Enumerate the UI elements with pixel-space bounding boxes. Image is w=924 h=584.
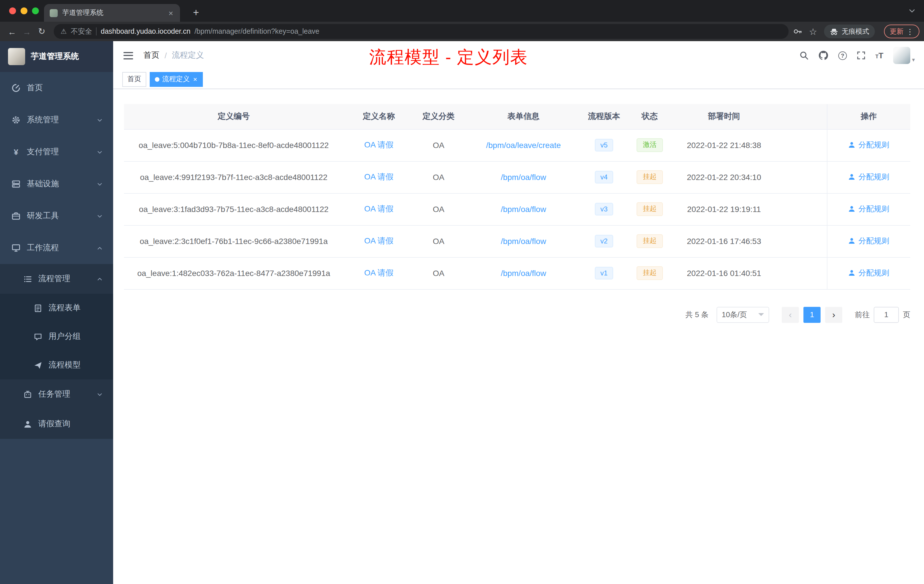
definition-name-link[interactable]: OA 请假 — [364, 172, 394, 181]
sidebar-item-home[interactable]: 首页 — [0, 72, 113, 104]
sidebar-item-process-form[interactable]: 流程表单 — [0, 294, 113, 322]
sidebar-item-process-mgmt[interactable]: 流程管理 — [0, 264, 113, 294]
definition-name-link[interactable]: OA 请假 — [364, 140, 394, 149]
definition-name-link[interactable]: OA 请假 — [364, 204, 394, 213]
version-badge: v1 — [594, 267, 613, 280]
form-link[interactable]: /bpm/oa/leave/create — [486, 140, 561, 150]
new-tab-button[interactable]: + — [188, 5, 203, 20]
url-path: /bpm/manager/definition?key=oa_leave — [195, 27, 319, 35]
user-icon — [23, 419, 32, 429]
search-icon[interactable] — [799, 51, 808, 60]
yen-icon: ¥ — [12, 147, 21, 157]
fullscreen-icon[interactable] — [856, 51, 866, 60]
cell-category: OA — [414, 193, 463, 225]
select-caret-icon — [758, 313, 764, 316]
tag-close-icon[interactable]: × — [193, 75, 198, 83]
sidebar-logo[interactable]: 芋道管理系统 — [0, 41, 113, 72]
window-controls — [0, 7, 48, 14]
version-badge: v3 — [594, 203, 613, 216]
table-row: oa_leave:2:3c1f0ef1-76b1-11ec-9c66-a2380… — [124, 225, 910, 257]
sidebar-item-system-mgmt[interactable]: 系统管理 — [0, 104, 113, 136]
next-page-button[interactable]: › — [825, 307, 842, 323]
breadcrumb-home[interactable]: 首页 — [144, 50, 159, 61]
url-host: dashboard.yudao.iocoder.cn — [101, 27, 191, 35]
sidebar-item-leave-query[interactable]: 请假查询 — [0, 409, 113, 439]
browser-tab[interactable]: 芋道管理系统 × — [44, 4, 180, 22]
status-badge: 激活 — [637, 138, 663, 152]
help-icon[interactable]: ? — [838, 51, 847, 60]
form-link[interactable]: /bpm/oa/flow — [501, 173, 546, 182]
tag-home[interactable]: 首页 — [122, 72, 146, 87]
paper-plane-icon — [33, 361, 42, 370]
tag-process-definition[interactable]: 流程定义 × — [150, 72, 203, 87]
tabstrip-chevron-down-icon[interactable] — [908, 7, 916, 15]
cell-deploy-time: 2022-01-16 01:40:51 — [675, 257, 772, 289]
browser-toolbar: ← → ↻ ⚠ 不安全 dashboard.yudao.iocoder.cn /… — [0, 22, 924, 41]
back-button[interactable]: ← — [5, 24, 20, 39]
browser-update-button[interactable]: 更新 ⋮ — [884, 25, 919, 38]
password-key-icon[interactable] — [793, 27, 802, 36]
chevron-down-icon — [97, 149, 103, 155]
assign-rule-link[interactable]: 分配规则 — [848, 236, 889, 246]
cell-spacer — [772, 129, 827, 161]
definition-name-link[interactable]: OA 请假 — [364, 268, 394, 277]
incognito-badge[interactable]: 无痕模式 — [824, 25, 875, 38]
sidebar-item-task-mgmt[interactable]: 任务管理 — [0, 379, 113, 409]
cell-category: OA — [414, 257, 463, 289]
sidebar-item-dev-tools[interactable]: 研发工具 — [0, 200, 113, 232]
chevron-up-icon — [97, 276, 103, 282]
assign-rule-link[interactable]: 分配规则 — [848, 268, 889, 278]
cell-id: oa_leave:3:1fad3d93-7b75-11ec-a3c8-acde4… — [124, 193, 343, 225]
breadcrumb-separator: / — [165, 51, 167, 60]
github-icon[interactable] — [818, 50, 828, 61]
window-close-button[interactable] — [9, 7, 16, 14]
security-warning-icon: ⚠ — [61, 27, 67, 35]
status-badge: 挂起 — [637, 202, 663, 216]
chevron-down-icon — [97, 181, 103, 187]
assign-rule-link[interactable]: 分配规则 — [848, 172, 889, 182]
avatar-caret-icon: ▾ — [912, 56, 915, 64]
sidebar-item-user-group[interactable]: 用户分组 — [0, 322, 113, 351]
font-size-icon[interactable]: T T — [875, 51, 883, 59]
sidebar-item-process-model[interactable]: 流程模型 — [0, 351, 113, 379]
definition-name-link[interactable]: OA 请假 — [364, 236, 394, 245]
user-avatar[interactable]: ▾ — [893, 47, 915, 64]
form-link[interactable]: /bpm/oa/flow — [501, 205, 546, 214]
page-size-select[interactable]: 10条/页 — [716, 307, 769, 323]
security-label: 不安全 — [71, 26, 92, 36]
form-link[interactable]: /bpm/oa/flow — [501, 269, 546, 278]
cell-id: oa_leave:4:991f2193-7b7f-11ec-a3c8-acde4… — [124, 161, 343, 193]
page-1-button[interactable]: 1 — [804, 307, 820, 323]
bookmark-star-icon[interactable]: ☆ — [809, 26, 817, 37]
chevron-up-icon — [97, 245, 103, 251]
cell-id: oa_leave:2:3c1f0ef1-76b1-11ec-9c66-a2380… — [124, 225, 343, 257]
goto-page-input[interactable] — [874, 307, 899, 323]
address-bar[interactable]: ⚠ 不安全 dashboard.yudao.iocoder.cn /bpm/ma… — [54, 24, 788, 39]
cell-spacer — [772, 225, 827, 257]
assign-rule-link[interactable]: 分配规则 — [848, 204, 889, 214]
logo-title: 芋道管理系统 — [31, 51, 79, 62]
window-minimize-button[interactable] — [21, 7, 27, 14]
cell-id: oa_leave:5:004b710b-7b8a-11ec-8ef0-acde4… — [124, 129, 343, 161]
col-header-form: 表单信息 — [463, 104, 584, 129]
cell-category: OA — [414, 161, 463, 193]
sidebar-item-workflow[interactable]: 工作流程 — [0, 232, 113, 264]
reload-button[interactable]: ↻ — [34, 24, 49, 39]
user-icon — [848, 269, 856, 277]
overflow-menu-icon[interactable]: ⋮ — [906, 27, 914, 36]
window-zoom-button[interactable] — [32, 7, 39, 14]
hamburger-icon[interactable] — [122, 49, 134, 61]
sidebar-item-payment-mgmt[interactable]: ¥ 支付管理 — [0, 136, 113, 168]
version-badge: v2 — [594, 235, 613, 248]
chevron-down-icon — [97, 391, 103, 398]
page-content: 定义编号 定义名称 定义分类 表单信息 流程版本 状态 部署时间 操作 — [113, 89, 924, 323]
cell-id: oa_leave:1:482ec033-762a-11ec-8477-a2380… — [124, 257, 343, 289]
user-icon — [848, 173, 856, 181]
table-row: oa_leave:3:1fad3d93-7b75-11ec-a3c8-acde4… — [124, 193, 910, 225]
assign-rule-link[interactable]: 分配规则 — [848, 140, 889, 150]
tab-close-icon[interactable]: × — [167, 8, 174, 17]
sidebar-item-infrastructure[interactable]: 基础设施 — [0, 168, 113, 200]
forward-button[interactable]: → — [20, 24, 34, 39]
prev-page-button[interactable]: ‹ — [782, 307, 799, 323]
form-link[interactable]: /bpm/oa/flow — [501, 237, 546, 246]
